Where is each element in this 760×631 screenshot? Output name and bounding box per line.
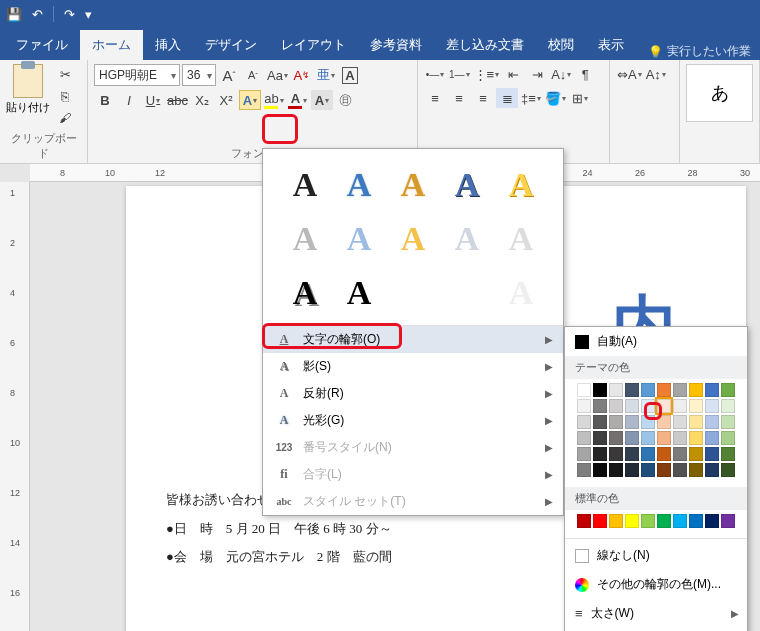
standard-swatch[interactable]	[689, 514, 703, 528]
text-effect-preset[interactable]: A	[335, 215, 383, 263]
grow-font-button[interactable]: Aˆ	[218, 65, 240, 85]
theme-swatch[interactable]	[641, 415, 655, 429]
theme-swatch[interactable]	[689, 463, 703, 477]
ruby-button[interactable]: 亜	[315, 65, 337, 85]
underline-button[interactable]: U	[142, 90, 164, 110]
theme-swatch[interactable]	[625, 399, 639, 413]
theme-swatch[interactable]	[705, 447, 719, 461]
theme-swatch[interactable]	[609, 431, 623, 445]
theme-swatch[interactable]	[673, 399, 687, 413]
tab-design[interactable]: デザイン	[193, 30, 269, 60]
theme-swatch[interactable]	[593, 463, 607, 477]
theme-swatch[interactable]	[721, 447, 735, 461]
paste-button[interactable]: 貼り付け	[6, 64, 50, 115]
theme-swatch[interactable]	[593, 383, 607, 397]
sort-button[interactable]: A↓	[550, 64, 572, 84]
subscript-button[interactable]: X₂	[191, 90, 213, 110]
theme-swatch[interactable]	[625, 383, 639, 397]
theme-swatch[interactable]	[657, 447, 671, 461]
theme-swatch[interactable]	[609, 399, 623, 413]
text-effect-preset[interactable]: A	[281, 215, 329, 263]
theme-swatch[interactable]	[673, 463, 687, 477]
outline-auto[interactable]: 自動(A)	[565, 327, 747, 356]
theme-swatch[interactable]	[721, 431, 735, 445]
styles-gallery[interactable]: あ	[686, 64, 753, 122]
standard-swatch[interactable]	[593, 514, 607, 528]
italic-button[interactable]: I	[118, 90, 140, 110]
theme-swatch[interactable]	[593, 431, 607, 445]
multilevel-button[interactable]: ⋮≡	[473, 64, 501, 84]
tab-insert[interactable]: 挿入	[143, 30, 193, 60]
tab-references[interactable]: 参考資料	[358, 30, 434, 60]
theme-swatch[interactable]	[657, 463, 671, 477]
theme-swatch[interactable]	[657, 383, 671, 397]
theme-swatch[interactable]	[641, 447, 655, 461]
increase-indent-button[interactable]	[526, 64, 548, 84]
standard-swatch[interactable]	[705, 514, 719, 528]
shading-button[interactable]: 🪣	[544, 88, 567, 108]
menu-glow[interactable]: A光彩(G)▶	[263, 407, 563, 434]
superscript-button[interactable]: X²	[215, 90, 237, 110]
menu-stylistic-sets[interactable]: abcスタイル セット(T)▶	[263, 488, 563, 515]
tab-file[interactable]: ファイル	[4, 30, 80, 60]
theme-swatch[interactable]	[721, 463, 735, 477]
text-effect-preset[interactable]: A	[497, 215, 545, 263]
standard-swatch[interactable]	[577, 514, 591, 528]
font-color-button[interactable]: A	[287, 90, 309, 110]
tab-view[interactable]: 表示	[586, 30, 636, 60]
tab-home[interactable]: ホーム	[80, 30, 143, 60]
text-effect-preset[interactable]: A	[497, 161, 545, 209]
theme-swatch[interactable]	[689, 431, 703, 445]
outline-weight[interactable]: 太さ(W)▶	[565, 599, 747, 628]
enclose-characters-button[interactable]: ㊐	[335, 90, 357, 110]
theme-swatch[interactable]	[689, 415, 703, 429]
menu-text-outline[interactable]: A文字の輪郭(O)▶	[263, 326, 563, 353]
justify-button[interactable]	[496, 88, 518, 108]
borders-button[interactable]: ⊞	[569, 88, 591, 108]
format-painter-button[interactable]	[54, 108, 76, 128]
copy-button[interactable]	[54, 86, 76, 106]
align-left-button[interactable]	[424, 88, 446, 108]
tell-me-search[interactable]: 💡 実行したい作業	[648, 43, 751, 60]
text-effect-preset[interactable]: A	[497, 269, 545, 317]
bold-button[interactable]: B	[94, 90, 116, 110]
theme-swatch[interactable]	[673, 447, 687, 461]
text-effect-preset[interactable]: A	[335, 161, 383, 209]
text-effect-preset[interactable]: A	[443, 269, 491, 317]
text-effect-preset[interactable]: A	[443, 161, 491, 209]
theme-swatch[interactable]	[593, 399, 607, 413]
theme-swatch[interactable]	[705, 415, 719, 429]
theme-swatch[interactable]	[577, 415, 591, 429]
menu-reflection[interactable]: A反射(R)▶	[263, 380, 563, 407]
tab-review[interactable]: 校閲	[536, 30, 586, 60]
theme-swatch[interactable]	[593, 447, 607, 461]
theme-swatch[interactable]	[641, 383, 655, 397]
theme-swatch[interactable]	[625, 447, 639, 461]
align-right-button[interactable]	[472, 88, 494, 108]
theme-swatch[interactable]	[625, 431, 639, 445]
cut-button[interactable]	[54, 64, 76, 84]
theme-swatch[interactable]	[577, 447, 591, 461]
menu-ligatures[interactable]: fi合字(L)▶	[263, 461, 563, 488]
shrink-font-button[interactable]: Aˇ	[242, 65, 264, 85]
theme-swatch[interactable]	[657, 399, 671, 413]
menu-number-style[interactable]: 123番号スタイル(N)▶	[263, 434, 563, 461]
line-spacing-button[interactable]: ‡≡	[520, 88, 542, 108]
theme-swatch[interactable]	[689, 383, 703, 397]
change-case-button[interactable]: Aa	[266, 65, 289, 85]
theme-swatch[interactable]	[705, 383, 719, 397]
theme-swatch[interactable]	[657, 431, 671, 445]
theme-swatch[interactable]	[705, 399, 719, 413]
theme-swatch[interactable]	[641, 431, 655, 445]
font-name-combo[interactable]: HGP明朝E	[94, 64, 180, 86]
theme-swatch[interactable]	[657, 415, 671, 429]
text-effect-preset[interactable]: A	[335, 269, 383, 317]
menu-shadow[interactable]: A影(S)▶	[263, 353, 563, 380]
align-center-button[interactable]	[448, 88, 470, 108]
text-effect-preset[interactable]: A	[389, 161, 437, 209]
theme-swatch[interactable]	[721, 399, 735, 413]
text-effects-button[interactable]: A	[239, 90, 261, 110]
theme-swatch[interactable]	[577, 399, 591, 413]
standard-swatch[interactable]	[641, 514, 655, 528]
theme-swatch[interactable]	[625, 415, 639, 429]
